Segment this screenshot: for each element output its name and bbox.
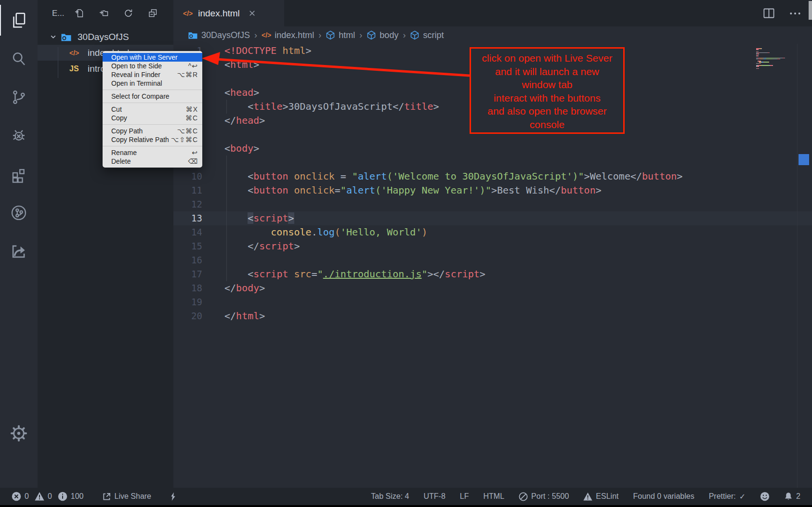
- gitlens-icon[interactable]: [0, 197, 38, 228]
- menu-item-copy-path[interactable]: Copy Path⌥⌘C: [103, 127, 202, 135]
- language-status[interactable]: HTML: [484, 492, 505, 501]
- line-number: 11: [173, 183, 202, 197]
- feedback-smiley-icon[interactable]: [760, 492, 770, 501]
- code-line-15[interactable]: 15 </script>: [173, 239, 812, 253]
- menu-item-shortcut: ⌥⌘C: [177, 127, 198, 135]
- breadcrumb-body[interactable]: body: [367, 30, 398, 40]
- code-line-17[interactable]: 17 <script src="./introduction.js"></scr…: [173, 267, 812, 281]
- menu-item-label: Reveal in Finder: [111, 71, 160, 78]
- line-number: 18: [173, 281, 202, 295]
- indent-guide: [226, 156, 227, 281]
- menu-item-label: Delete: [111, 157, 131, 165]
- status-bar: 0 0 100 Live Share: [0, 488, 812, 505]
- more-actions-icon[interactable]: [789, 7, 801, 20]
- collapse-folders-icon[interactable]: [148, 8, 158, 18]
- code-line-content: [202, 295, 224, 309]
- tab-size-status[interactable]: Tab Size: 4: [371, 492, 409, 501]
- close-icon[interactable]: [248, 9, 256, 17]
- code-line-19[interactable]: 19: [173, 295, 812, 309]
- live-share-icon[interactable]: [0, 236, 38, 267]
- minimap[interactable]: [756, 48, 798, 69]
- search-icon[interactable]: [0, 43, 38, 74]
- folder-icon: [61, 32, 72, 42]
- settings-gear-icon[interactable]: [0, 418, 38, 449]
- split-editor-icon[interactable]: [762, 7, 775, 20]
- scrollbar-thumb[interactable]: [809, 1, 812, 20]
- code-line-content: <head>: [202, 86, 259, 100]
- problems-warnings[interactable]: 0: [35, 492, 52, 501]
- code-line-content: [202, 128, 224, 142]
- problems-infos[interactable]: 100: [58, 492, 84, 501]
- new-file-icon[interactable]: [74, 8, 84, 18]
- menu-item-label: Cut: [111, 105, 122, 113]
- vscode-window: E...: [0, 0, 812, 507]
- breadcrumb-file[interactable]: </> index.html: [262, 30, 314, 40]
- notifications-bell[interactable]: 2: [784, 492, 800, 501]
- problems-errors[interactable]: 0: [12, 492, 29, 501]
- code-line-11[interactable]: 11 <button onclick="alert('Happy New Yea…: [173, 183, 812, 197]
- window-bottom-edge: [0, 505, 812, 507]
- lightning-icon[interactable]: [170, 492, 177, 502]
- warning-icon: [35, 492, 44, 501]
- line-number: 10: [173, 169, 202, 183]
- eslint-status[interactable]: ESLint: [583, 492, 618, 501]
- annotation-text-line: interact with the buttons: [471, 91, 623, 105]
- code-line-9[interactable]: 9: [173, 156, 812, 169]
- code-line-content: </script>: [202, 239, 300, 253]
- code-line-content: [202, 253, 224, 267]
- code-line-content: [202, 72, 224, 86]
- code-line-content: </html>: [202, 309, 265, 323]
- menu-item-select-for-compare[interactable]: Select for Compare: [103, 92, 202, 101]
- line-number: 13: [173, 211, 202, 225]
- source-control-icon[interactable]: [0, 82, 38, 113]
- prettier-status[interactable]: Prettier: ✓: [709, 492, 746, 501]
- extensions-icon[interactable]: [0, 159, 38, 190]
- tab-bar: </> index.html: [173, 0, 812, 26]
- new-folder-icon[interactable]: [99, 8, 109, 18]
- code-line-20[interactable]: 20</html>: [173, 309, 812, 323]
- run-debug-icon[interactable]: [0, 120, 38, 151]
- code-line-16[interactable]: 16: [173, 253, 812, 267]
- folder-row-30DaysOfJS[interactable]: 30DaysOfJS: [38, 29, 173, 45]
- chevron-right-icon: ›: [359, 30, 362, 40]
- menu-item-open-with-live-server[interactable]: Open with Live Server: [103, 53, 202, 62]
- code-line-10[interactable]: 10 <button onclick = "alert('Welcome to …: [173, 169, 812, 183]
- chevron-right-icon: ›: [318, 30, 321, 40]
- code-line-8[interactable]: 8<body>: [173, 142, 812, 156]
- breadcrumb-html[interactable]: html: [326, 30, 355, 40]
- menu-item-open-to-the-side[interactable]: Open to the Side^↩: [103, 62, 202, 70]
- tab-index-html[interactable]: </> index.html: [173, 0, 284, 26]
- html-file-icon: </>: [183, 10, 193, 17]
- menu-item-delete[interactable]: Delete⌫: [103, 157, 202, 166]
- chevron-right-icon: ›: [254, 30, 257, 40]
- check-icon: ✓: [739, 492, 746, 501]
- breadcrumb-folder[interactable]: 30DaysOfJS: [188, 30, 250, 40]
- menu-item-label: Copy Relative Path: [111, 136, 169, 143]
- menu-item-label: Open in Terminal: [111, 79, 162, 87]
- slash-circle-icon: [519, 492, 528, 501]
- menu-item-label: Copy Path: [111, 127, 143, 135]
- code-line-18[interactable]: 18</body>: [173, 281, 812, 295]
- menu-item-rename[interactable]: Rename↩: [103, 148, 202, 157]
- warning-icon: [583, 492, 592, 501]
- menu-item-label: Open with Live Server: [111, 53, 178, 61]
- encoding-status[interactable]: UTF-8: [424, 492, 445, 501]
- menu-item-label: Select for Compare: [111, 92, 170, 100]
- menu-item-copy[interactable]: Copy⌘C: [103, 114, 202, 122]
- menu-item-reveal-in-finder[interactable]: Reveal in Finder⌥⌘R: [103, 70, 202, 79]
- breadcrumb: 30DaysOfJS › </> index.html › html › bod…: [173, 26, 812, 44]
- root-folder-label: 30DaysOfJS: [78, 32, 129, 42]
- code-line-13[interactable]: 13 <script>: [173, 211, 812, 225]
- menu-item-open-in-terminal[interactable]: Open in Terminal: [103, 79, 202, 88]
- refresh-icon[interactable]: [123, 8, 133, 18]
- menu-item-cut[interactable]: Cut⌘X: [103, 105, 202, 114]
- variables-status[interactable]: Found 0 variables: [633, 492, 694, 501]
- breadcrumb-script[interactable]: script: [410, 30, 444, 40]
- code-line-12[interactable]: 12: [173, 197, 812, 211]
- live-share-status[interactable]: Live Share: [102, 492, 152, 501]
- menu-item-copy-relative-path[interactable]: Copy Relative Path⌥⇧⌘C: [103, 135, 202, 144]
- port-status[interactable]: Port : 5500: [519, 492, 569, 501]
- eol-status[interactable]: LF: [460, 492, 469, 501]
- explorer-icon[interactable]: [0, 5, 38, 36]
- code-line-14[interactable]: 14 console.log('Hello, World'): [173, 225, 812, 239]
